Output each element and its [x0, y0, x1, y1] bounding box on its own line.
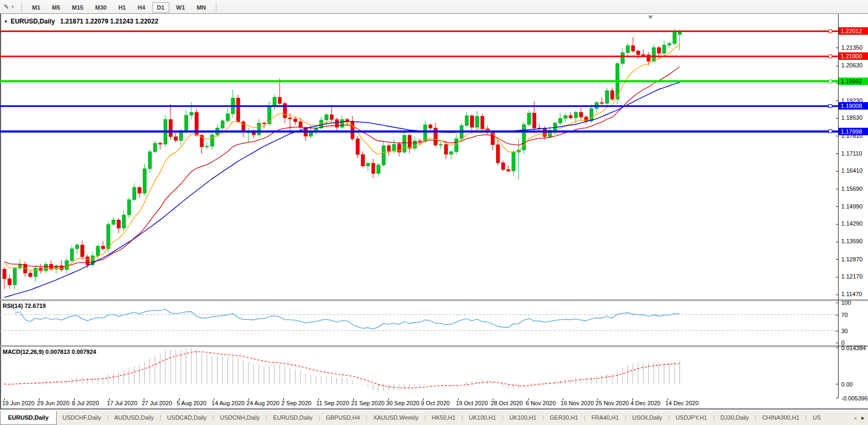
- candle-body: [610, 90, 614, 99]
- toolbar-grip-handle[interactable]: [21, 3, 22, 11]
- candle-body: [371, 163, 375, 173]
- hline-handle[interactable]: [828, 55, 832, 58]
- hline-1.19008[interactable]: [0, 105, 838, 107]
- timeframe-button-w1[interactable]: W1: [172, 2, 190, 13]
- rsi-tick-label: 70: [841, 312, 848, 318]
- macd-tick-mark: [836, 384, 838, 384]
- chart-tab-usdcad-daily[interactable]: USDCAD,Daily: [161, 411, 213, 425]
- candle-body: [668, 44, 671, 45]
- chart-shift-marker[interactable]: [648, 16, 653, 19]
- timeframe-button-m5[interactable]: M5: [47, 2, 65, 13]
- price-tick-mark: [836, 83, 838, 83]
- candle-body: [476, 117, 479, 128]
- hline-price-badge[interactable]: 1.21000: [839, 52, 868, 60]
- candle-body: [190, 112, 193, 115]
- price-tick-mark: [836, 259, 838, 260]
- hline-handle[interactable]: [828, 29, 832, 33]
- date-label: 16 Nov 2020: [561, 400, 594, 406]
- chart-menu-arrow-icon[interactable]: ▼: [4, 19, 8, 24]
- candle-body: [444, 144, 448, 154]
- chart-tab-eurusd-daily[interactable]: EURUSD,Daily: [267, 411, 319, 425]
- chart-tab-eurusd-daily[interactable]: EURUSD,Daily: [0, 411, 57, 425]
- chart-tab-dj30-daily[interactable]: DJ30,Daily: [715, 411, 755, 425]
- timeframe-buttons: M1M5M15M30H1H4D1W1MN: [26, 2, 212, 12]
- rsi-canvas[interactable]: [0, 301, 838, 345]
- timeframe-button-mn[interactable]: MN: [192, 2, 211, 13]
- hline-price-badge[interactable]: 1.19008: [839, 102, 868, 110]
- rsi-line: [14, 309, 679, 329]
- candle-body: [413, 141, 417, 148]
- chart-tab-usdchf-daily[interactable]: USDCHF,Daily: [57, 411, 107, 425]
- tool-dropdown-caret-icon[interactable]: ▾: [12, 5, 17, 9]
- chart-window[interactable]: ▼EURUSD,Daily1.21871 1.22079 1.21243 1.2…: [0, 14, 868, 409]
- tab-scroll-right-icon[interactable]: ►: [859, 411, 867, 425]
- candle-body: [226, 114, 230, 121]
- chart-tab-uk100-h1[interactable]: UK100,H1: [503, 411, 542, 425]
- date-label: 5 Aug 2020: [177, 400, 207, 406]
- chart-tab-china300-h1[interactable]: CHINA300,H1: [756, 411, 805, 425]
- toolbar-grip-handle-2[interactable]: [215, 3, 217, 11]
- candle-body: [543, 128, 547, 136]
- timeframe-button-m30[interactable]: M30: [90, 2, 111, 13]
- macd-canvas[interactable]: [0, 347, 838, 398]
- chart-tab-usdcnh-daily[interactable]: USDCNH,Daily: [214, 411, 266, 425]
- hline-price-badge[interactable]: 1.17998: [839, 128, 868, 135]
- hline-1.17998[interactable]: [0, 130, 838, 133]
- timeframe-button-m15[interactable]: M15: [67, 2, 88, 13]
- rsi-tick-label: 30: [841, 328, 848, 334]
- date-tick-mark: [144, 398, 144, 400]
- candle-body: [236, 98, 240, 121]
- price-tick-label: 1.11470: [841, 291, 862, 297]
- candle-body: [257, 123, 261, 135]
- candle-body: [600, 103, 604, 103]
- chart-tab-usoil-daily[interactable]: USOil,Daily: [626, 411, 668, 425]
- chart-tab-fra40-h1[interactable]: FRA40,H1: [586, 411, 625, 425]
- candle-body: [138, 188, 142, 194]
- timeframe-button-d1[interactable]: D1: [152, 2, 169, 13]
- candle-body: [221, 121, 224, 128]
- chart-tab-audusd-daily[interactable]: AUDUSD,Daily: [108, 411, 160, 425]
- hline-1.21000[interactable]: [0, 56, 838, 57]
- hline-price-badge[interactable]: 1.19992: [839, 78, 868, 85]
- date-label: 9 Oct 2020: [421, 400, 450, 406]
- timeframe-button-h1[interactable]: H1: [113, 2, 130, 13]
- candle-body: [289, 118, 292, 119]
- chart-tab-usdjpy-h1[interactable]: USDJPY,H1: [670, 411, 713, 425]
- date-label: 6 Nov 2020: [526, 400, 556, 406]
- timeframe-button-m1[interactable]: M1: [27, 2, 45, 13]
- date-label: 4 Dec 2020: [630, 400, 660, 406]
- chart-tab-hk50-h1[interactable]: HK50,H1: [426, 411, 462, 425]
- draw-tool-icon[interactable]: ✎: [2, 2, 11, 12]
- candle-body: [382, 146, 386, 165]
- candle-body: [637, 51, 640, 55]
- date-tick-mark: [632, 398, 633, 400]
- chart-tab-ger30-h1[interactable]: GER30,H1: [544, 411, 584, 425]
- candle-body: [662, 45, 666, 53]
- hline-1.22012[interactable]: [0, 30, 838, 32]
- hline-handle[interactable]: [828, 104, 832, 108]
- chart-tab-gbpusd-h4[interactable]: GBPUSD,H4: [320, 411, 366, 425]
- tab-scroll-left-icon[interactable]: ◄: [851, 411, 859, 425]
- hline-handle[interactable]: [828, 129, 832, 133]
- candle-body: [211, 135, 214, 146]
- chart-tab-us[interactable]: US: [807, 411, 820, 425]
- date-tick-mark: [528, 398, 529, 400]
- chart-tab-xauusd-weekly[interactable]: XAUUSD,Weekly: [367, 411, 424, 425]
- candle-body: [606, 90, 609, 103]
- candle-body: [621, 52, 625, 64]
- candle-body: [70, 249, 74, 260]
- date-label: 2 Sep 2020: [281, 400, 311, 406]
- hline-1.19992[interactable]: [0, 80, 838, 82]
- macd-tick-label: 0.00: [841, 381, 852, 388]
- date-tick-mark: [563, 398, 563, 400]
- hline-handle[interactable]: [828, 80, 832, 83]
- chart-symbol-period: EURUSD,Daily: [11, 18, 55, 25]
- candle-body: [278, 97, 282, 104]
- date-tick-mark: [249, 398, 249, 400]
- hline-price-badge[interactable]: 1.22012: [839, 27, 868, 35]
- timeframe-button-h4[interactable]: H4: [133, 2, 150, 13]
- chart-title: ▼EURUSD,Daily1.21871 1.22079 1.21243 1.2…: [4, 18, 158, 25]
- price-tick-label: 1.21350: [841, 44, 863, 51]
- date-tick-mark: [109, 398, 110, 400]
- chart-tab-uk100-h1[interactable]: UK100,H1: [463, 411, 502, 425]
